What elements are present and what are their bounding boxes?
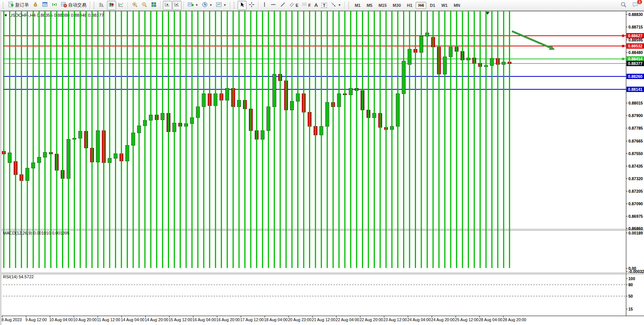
price-tick-label: 0.87900 [628, 113, 643, 118]
price-tick-label: 0.86975 [628, 214, 643, 219]
line-chart-button[interactable] [116, 1, 126, 10]
arrows-button[interactable]: ▼ [329, 1, 343, 10]
chart-background [0, 11, 644, 325]
timeframe-m30[interactable]: M30 [390, 2, 403, 9]
price-badge-label: 0.88532 [628, 44, 642, 48]
price-tick-label: 0.87435 [628, 164, 643, 168]
time-tick-label: 25 Aug 12:00 [455, 317, 478, 322]
indicators-button[interactable]: ▼ [186, 1, 200, 10]
time-tick-label: 15 Aug 12:00 [169, 317, 192, 322]
indicators-caret: ▼ [195, 3, 198, 7]
chart-shift-button[interactable] [172, 1, 182, 10]
notifications-button[interactable]: 1 [631, 1, 640, 10]
zoom-in-button[interactable] [130, 1, 139, 10]
zoom-out-button[interactable] [140, 1, 149, 10]
line-handle-2[interactable] [622, 58, 624, 60]
[object Object]: ▼ [4, 13, 8, 17]
main-toolbar: 新订单 自动交易 [0, 0, 644, 11]
channel-icon [289, 2, 295, 8]
time-tick-label: 22 Aug 04:00 [336, 317, 359, 322]
rsi-tick-label: 80 [628, 282, 633, 287]
price-tick-label: 0.88480 [628, 50, 643, 55]
time-tick-label: 24 Aug 04:00 [407, 317, 431, 322]
templates-button[interactable]: ▼ [214, 1, 228, 10]
time-tick-label: 28 Aug 04:00 [479, 317, 502, 322]
time-tick-label: 22 Aug 20:00 [360, 317, 383, 322]
zoom-out-icon [141, 2, 147, 9]
time-tick-label: 16 Aug 20:00 [216, 317, 240, 322]
text-icon: A [314, 2, 318, 8]
timeframe-m1[interactable]: M1 [352, 2, 363, 9]
time-tick-label: 21 Aug 12:00 [312, 317, 335, 322]
zoom-in-icon [132, 2, 138, 9]
timeframe-h4[interactable]: H4 [416, 2, 426, 9]
text-button[interactable]: A [313, 1, 319, 10]
price-tick-label: 0.87665 [628, 139, 643, 143]
rsi-tick-label: 100 [628, 276, 635, 281]
trendline-button[interactable] [278, 1, 287, 10]
mt4-terminal: { "toolbar":{ "new_order_label":"新订单", "… [0, 0, 644, 325]
time-tick-label: 11 Aug 12:00 [97, 317, 120, 322]
vertical-line-icon [262, 2, 267, 9]
autotrading-button[interactable]: 自动交易 [59, 1, 88, 10]
text-label-button[interactable]: T [320, 1, 328, 10]
price-tick-label: 0.88830 [628, 12, 643, 17]
channel-letter: E [296, 3, 298, 8]
price-badge-label: 0.88377 [628, 61, 642, 66]
rsi-label: RSI(14) 54.5722 [3, 274, 34, 279]
chart-window-button[interactable] [40, 1, 49, 10]
time-tick-label: 24 Aug 20:00 [431, 317, 455, 322]
price-badge-label: 0.88627 [628, 33, 642, 38]
crosshair-button[interactable] [247, 1, 256, 10]
cursor-button[interactable] [238, 1, 247, 10]
styler-button[interactable] [31, 1, 40, 10]
autotrading-icon [61, 2, 67, 9]
timeframe-h1[interactable]: H1 [404, 2, 415, 9]
time-tick-label: 28 Aug 20:00 [503, 317, 526, 322]
tile-windows-button[interactable] [149, 1, 158, 10]
macd-label: MACD(12,26,9) 0.001010 0.001395 [3, 231, 69, 235]
fibonacci-button[interactable]: F [300, 1, 312, 10]
chart-area[interactable]: ▼USDCHF-,H4 0.88355 0.88388 0.88348 0.88… [0, 11, 644, 325]
candlestick-chart-button[interactable] [107, 1, 116, 10]
signal-button[interactable] [50, 1, 59, 10]
time-tick-label: 10 Aug 20:00 [73, 317, 97, 322]
rsi-tick-label: 15 [628, 307, 633, 311]
ink-marker-icon [32, 2, 38, 9]
horizontal-line-button[interactable] [269, 1, 278, 10]
timeframe-m5[interactable]: M5 [364, 2, 375, 9]
arrows-icon [330, 2, 336, 9]
time-tick-label: 23 Aug 12:00 [383, 317, 407, 322]
timeframe-m15[interactable]: M15 [376, 2, 389, 9]
bar-chart-button[interactable] [97, 1, 107, 10]
timeframe-mn[interactable]: MN [451, 2, 463, 9]
time-tick-label: 8 Aug 2023 [2, 317, 22, 322]
search-button[interactable] [619, 1, 628, 10]
notification-badge: 1 [637, 0, 642, 4]
periods-button[interactable]: ▼ [200, 1, 214, 10]
line-handle-1[interactable] [622, 45, 624, 47]
vertical-line-button[interactable] [261, 1, 268, 10]
new-order-label: 新订单 [15, 2, 29, 8]
new-order-icon [8, 2, 14, 9]
macd-tick-label: 0.00189 [628, 231, 643, 235]
new-order-button[interactable]: 新订单 [6, 1, 30, 10]
price-badge-label: 0.88414 [628, 57, 642, 61]
signal-icon [51, 2, 57, 9]
price-badge-label: 0.88260 [628, 74, 642, 79]
price-tick-label: 0.88715 [628, 25, 643, 29]
time-tick-label: 10 Aug 04:00 [49, 317, 73, 322]
equidistant-channel-button[interactable]: E [288, 1, 300, 10]
fibonacci-letter: F [308, 3, 311, 8]
chart-canvas[interactable]: ▼USDCHF-,H4 0.88355 0.88388 0.88348 0.88… [0, 11, 644, 325]
periods-icon [202, 2, 208, 9]
price-tick-label: 0.86860 [628, 226, 643, 231]
candlestick-chart-icon [108, 2, 115, 9]
time-tick-label: 14 Aug 04:00 [121, 317, 145, 322]
templates-caret: ▼ [223, 3, 226, 7]
timeframe-w1[interactable]: W1 [438, 2, 450, 9]
toolbar-grip[interactable] [3, 2, 5, 9]
timeframe-d1[interactable]: D1 [427, 2, 438, 9]
line-handle-0[interactable] [622, 35, 624, 37]
auto-scroll-button[interactable] [163, 1, 172, 10]
